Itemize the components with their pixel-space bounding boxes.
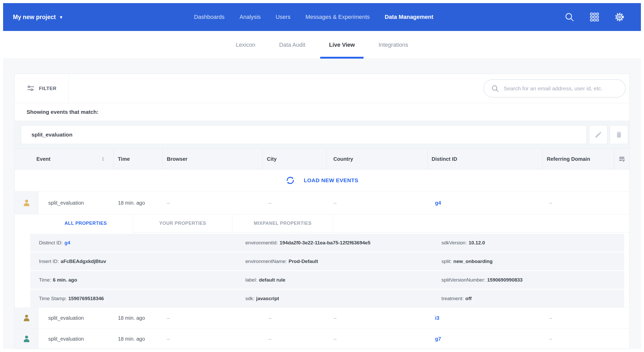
event-search xyxy=(484,79,626,98)
delete-filter-button[interactable] xyxy=(610,125,628,144)
properties-list: Distinct ID:g4 environmentId:194da2f0-3e… xyxy=(15,233,629,307)
property: label:default rule xyxy=(245,277,441,283)
distinct-id-link[interactable]: g7 xyxy=(435,336,441,342)
column-header-time[interactable]: Time xyxy=(114,149,163,169)
column-header-event[interactable]: Event xyxy=(15,149,114,169)
column-header-distinct-id[interactable]: Distinct ID xyxy=(428,149,543,169)
cell-browser: – xyxy=(163,329,263,349)
distinct-id-link[interactable]: g4 xyxy=(435,200,441,206)
load-new-events-label: LOAD NEW EVENTS xyxy=(304,177,358,183)
project-name: My new project xyxy=(13,14,56,21)
cell-city: – xyxy=(263,329,327,349)
property: environmentId:194da2f0-3e22-11ea-ba75-12… xyxy=(245,240,441,246)
column-header-browser[interactable]: Browser xyxy=(163,149,263,169)
nav-item-messages-experiments[interactable]: Messages & Experiments xyxy=(305,14,370,20)
event-row[interactable]: split_evaluation 18 min. ago – – – g4 – xyxy=(15,191,629,214)
filter-sliders-icon xyxy=(27,84,35,93)
tab-integrations[interactable]: Integrations xyxy=(379,31,408,59)
distinct-id-link[interactable]: i3 xyxy=(435,315,439,321)
event-row[interactable]: split_evaluation 18 min. ago – – – g7 – xyxy=(15,329,629,349)
events-table-header: Event Time Browser City Country Distinct… xyxy=(15,149,629,170)
cell-browser: – xyxy=(163,191,263,214)
column-settings-icon xyxy=(618,155,626,163)
filter-button[interactable]: FILTER xyxy=(15,74,69,103)
event-properties-panel: ALL PROPERTIES YOUR PROPERTIES MIXPANEL … xyxy=(15,214,629,308)
column-header-city[interactable]: City xyxy=(263,149,327,169)
project-switcher[interactable]: My new project ▼ xyxy=(13,14,63,21)
row-gutter xyxy=(15,308,38,328)
settings-gear-icon[interactable] xyxy=(614,12,625,22)
filter-label: FILTER xyxy=(39,86,57,91)
apps-grid-icon[interactable] xyxy=(589,12,600,22)
column-settings-button[interactable] xyxy=(614,149,629,169)
distinct-id-link[interactable]: g4 xyxy=(65,240,70,245)
property: sdkVersion:10.12.0 xyxy=(441,240,624,246)
cell-referring-domain: – xyxy=(543,308,615,328)
trash-icon xyxy=(615,131,623,139)
cell-country: – xyxy=(327,308,428,328)
cell-referring-domain: – xyxy=(543,191,615,214)
cell-time: 18 min. ago xyxy=(114,329,163,349)
property-row: Insert ID:aFcBEAdgxkdjBtuv environmentNa… xyxy=(30,252,624,270)
nav-item-dashboards[interactable]: Dashboards xyxy=(194,14,225,20)
cell-referring-domain: – xyxy=(543,329,615,349)
chevron-down-icon: ▼ xyxy=(59,15,63,20)
search-input[interactable] xyxy=(504,85,618,92)
load-new-events-button[interactable]: LOAD NEW EVENTS xyxy=(15,170,629,191)
refresh-icon xyxy=(286,176,295,185)
property: Distinct ID:g4 xyxy=(39,240,245,246)
column-header-country[interactable]: Country xyxy=(327,149,428,169)
cell-city: – xyxy=(263,191,327,214)
sort-icon xyxy=(100,156,106,162)
main-area: FILTER Showing events that match: split_… xyxy=(3,59,641,349)
search-icon xyxy=(491,84,500,93)
event-row[interactable]: split_evaluation 18 min. ago – – – i3 – xyxy=(15,308,629,329)
main-nav: Dashboards Analysis Users Messages & Exp… xyxy=(63,14,564,20)
cell-time: 18 min. ago xyxy=(114,191,163,214)
nav-icons xyxy=(564,12,625,22)
search-icon[interactable] xyxy=(564,12,575,22)
subnav-tabs: Lexicon Data Audit Live View Integration… xyxy=(3,31,641,59)
property-row: Time:6 min. ago label:default rule split… xyxy=(30,271,624,289)
tab-your-properties[interactable]: YOUR PROPERTIES xyxy=(133,214,232,233)
row-gutter xyxy=(15,191,38,214)
property-row: Time Stamp:1590769518346 sdk:javascript … xyxy=(30,290,624,307)
filter-bar: FILTER xyxy=(15,74,629,103)
cell-city: – xyxy=(263,308,327,328)
nav-item-data-management[interactable]: Data Management xyxy=(385,14,433,20)
live-view-card: FILTER Showing events that match: split_… xyxy=(14,74,630,349)
user-avatar-icon xyxy=(22,334,31,343)
cell-country: – xyxy=(327,329,428,349)
cell-event: split_evaluation xyxy=(38,308,114,328)
nav-item-users[interactable]: Users xyxy=(276,14,290,20)
tab-mixpanel-properties[interactable]: MIXPANEL PROPERTIES xyxy=(232,214,333,233)
row-gutter xyxy=(15,329,38,349)
tab-data-audit[interactable]: Data Audit xyxy=(279,31,305,59)
page: My new project ▼ Dashboards Analysis Use… xyxy=(0,0,644,352)
property: environmentName:Prod-Default xyxy=(245,259,441,264)
nav-item-analysis[interactable]: Analysis xyxy=(239,14,261,20)
property: Insert ID:aFcBEAdgxkdjBtuv xyxy=(39,259,245,264)
cell-event: split_evaluation xyxy=(38,191,114,214)
user-avatar-icon xyxy=(22,314,31,322)
property: split:new_onboarding xyxy=(441,259,624,264)
property: sdk:javascript xyxy=(245,296,441,301)
cell-time: 18 min. ago xyxy=(114,308,163,328)
event-filter-chip[interactable]: split_evaluation xyxy=(21,125,587,144)
column-header-referring-domain[interactable]: Referring Domain xyxy=(543,149,614,169)
property: Time Stamp:1590769518346 xyxy=(39,296,245,301)
pencil-icon xyxy=(594,131,602,139)
properties-tabs-filler xyxy=(333,214,629,233)
tab-all-properties[interactable]: ALL PROPERTIES xyxy=(38,214,133,233)
property: treatment:off xyxy=(441,296,624,301)
events-match-label: Showing events that match: xyxy=(15,103,629,121)
cell-distinct-id: g7 xyxy=(428,329,543,349)
edit-filter-button[interactable] xyxy=(589,125,607,144)
properties-tabs: ALL PROPERTIES YOUR PROPERTIES MIXPANEL … xyxy=(38,214,629,233)
user-avatar-icon xyxy=(22,198,31,207)
cell-distinct-id: g4 xyxy=(428,191,543,214)
tab-lexicon[interactable]: Lexicon xyxy=(236,31,255,59)
cell-event: split_evaluation xyxy=(38,329,114,349)
tab-live-view[interactable]: Live View xyxy=(329,31,355,59)
property: Time:6 min. ago xyxy=(39,277,245,283)
